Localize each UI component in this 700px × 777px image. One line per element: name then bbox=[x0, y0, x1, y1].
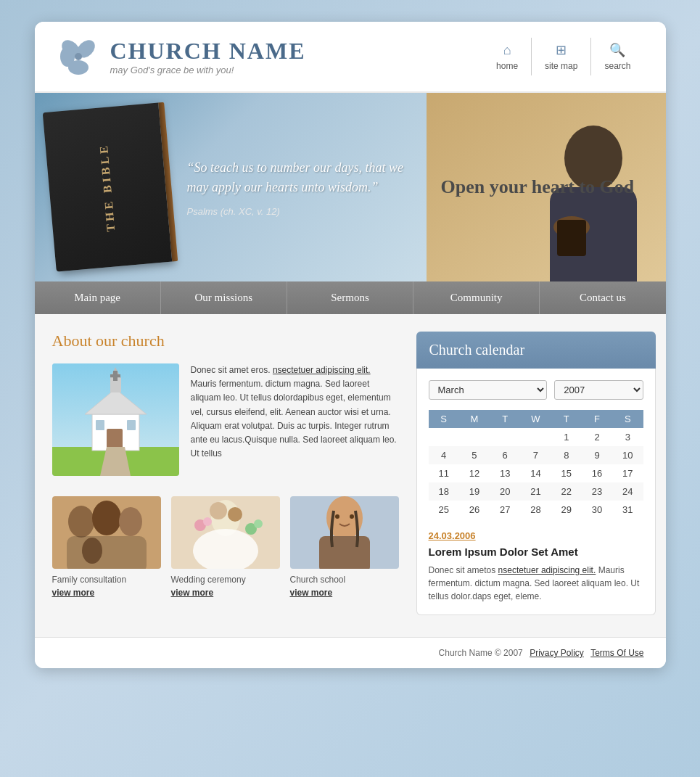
nav-main-page[interactable]: Main page bbox=[35, 281, 161, 314]
nav-contact-us[interactable]: Contact us bbox=[540, 281, 665, 314]
calendar-day[interactable]: 12 bbox=[459, 464, 490, 482]
nav-community[interactable]: Community bbox=[413, 281, 540, 314]
calendar-body: March 2007 S M T W T F bbox=[416, 369, 656, 615]
wedding-label: Wedding ceremony bbox=[171, 575, 246, 585]
svg-rect-10 bbox=[557, 220, 586, 256]
event-text: Donec sit ametos nsectetuer adipiscing e… bbox=[429, 564, 643, 603]
calendar-day[interactable]: 16 bbox=[582, 464, 612, 482]
svg-rect-20 bbox=[96, 420, 104, 430]
about-title: About our church bbox=[52, 332, 399, 350]
calendar-day[interactable]: 21 bbox=[520, 482, 551, 501]
calendar-day[interactable]: 22 bbox=[551, 482, 582, 501]
wedding-photo bbox=[171, 496, 280, 569]
thumb-wedding: Wedding ceremony view more bbox=[171, 496, 280, 598]
calendar-day[interactable]: 29 bbox=[551, 501, 582, 519]
nav-search-label: search bbox=[604, 61, 630, 71]
calendar-day[interactable]: 4 bbox=[429, 446, 459, 464]
calendar-day[interactable]: 1 bbox=[551, 428, 582, 446]
calendar-day[interactable]: 14 bbox=[520, 464, 551, 482]
content-area: About our church bbox=[35, 314, 666, 637]
day-t2: T bbox=[551, 410, 582, 428]
about-content: Donec sit amet eros. nsectetuer adipisci… bbox=[52, 363, 399, 483]
event-date-link[interactable]: 24.03.2006 bbox=[429, 530, 643, 541]
calendar-day[interactable]: 8 bbox=[551, 446, 582, 464]
hero-citation: Psalms (ch. XC, v. 12) bbox=[187, 206, 405, 217]
calendar-dates: 1234567891011121314151617181920212223242… bbox=[429, 428, 643, 519]
day-f: F bbox=[582, 410, 612, 428]
calendar-day[interactable]: 26 bbox=[459, 501, 490, 519]
calendar-title: Church calendar bbox=[416, 332, 656, 369]
svg-point-3 bbox=[68, 60, 88, 75]
calendar-day[interactable]: 31 bbox=[612, 501, 643, 519]
svg-point-4 bbox=[75, 53, 82, 60]
family-view-more[interactable]: view more bbox=[52, 588, 95, 598]
calendar-day[interactable]: 15 bbox=[551, 464, 582, 482]
hero-quote-text: “So teach us to number our days, that we… bbox=[187, 158, 405, 197]
calendar-day[interactable]: 2 bbox=[582, 428, 612, 446]
calendar-day[interactable]: 3 bbox=[612, 428, 643, 446]
main-nav: Main page Our missions Sermons Community… bbox=[35, 281, 666, 314]
nav-sitemap[interactable]: ⊞ site map bbox=[531, 38, 590, 75]
calendar-row: 45678910 bbox=[429, 446, 643, 464]
calendar-day[interactable]: 20 bbox=[490, 482, 520, 501]
calendar-day[interactable]: 6 bbox=[490, 446, 520, 464]
calendar-controls: March 2007 bbox=[429, 380, 643, 400]
thumb-family: Family consultation view more bbox=[52, 496, 161, 598]
family-label: Family consultation bbox=[52, 575, 127, 585]
nav-sermons[interactable]: Sermons bbox=[287, 281, 413, 314]
day-t1: T bbox=[490, 410, 520, 428]
calendar-table: S M T W T F S 12345678910111213141516171… bbox=[429, 410, 643, 519]
calendar-day[interactable]: 28 bbox=[520, 501, 551, 519]
privacy-link[interactable]: Privacy Policy bbox=[530, 648, 584, 658]
year-select[interactable]: 2007 bbox=[554, 380, 643, 400]
calendar-day[interactable]: 18 bbox=[429, 482, 459, 501]
calendar-day[interactable]: 17 bbox=[612, 464, 643, 482]
sitemap-icon: ⊞ bbox=[556, 42, 567, 58]
calendar-day bbox=[459, 428, 490, 446]
thumb-school: Church school view more bbox=[290, 496, 399, 598]
calendar-day[interactable]: 25 bbox=[429, 501, 459, 519]
bible-title: THE BIBLE bbox=[96, 142, 118, 232]
terms-link[interactable]: Terms Of Use bbox=[590, 648, 643, 658]
church-illustration bbox=[52, 363, 179, 476]
svg-point-26 bbox=[119, 507, 142, 536]
svg-point-41 bbox=[335, 514, 339, 519]
nav-search[interactable]: 🔍 search bbox=[590, 38, 643, 75]
svg-point-35 bbox=[203, 517, 212, 526]
page-wrapper: CHURCH NAME may God's grace be with you!… bbox=[35, 22, 666, 668]
svg-rect-28 bbox=[67, 536, 147, 569]
thumbnails: Family consultation view more bbox=[52, 496, 399, 598]
calendar-day[interactable]: 9 bbox=[582, 446, 612, 464]
day-w: W bbox=[520, 410, 551, 428]
calendar-day bbox=[520, 428, 551, 446]
calendar-day bbox=[429, 428, 459, 446]
nav-home[interactable]: ⌂ home bbox=[483, 38, 531, 75]
calendar-day[interactable]: 10 bbox=[612, 446, 643, 464]
calendar-row: 25262728293031 bbox=[429, 501, 643, 519]
calendar-day[interactable]: 27 bbox=[490, 501, 520, 519]
calendar-day[interactable]: 23 bbox=[582, 482, 612, 501]
calendar-row: 123 bbox=[429, 428, 643, 446]
school-view-more[interactable]: view more bbox=[290, 588, 333, 598]
home-icon: ⌂ bbox=[503, 43, 511, 58]
nav-our-missions[interactable]: Our missions bbox=[161, 281, 287, 314]
header-text: CHURCH NAME may God's grace be with you! bbox=[110, 38, 306, 75]
calendar-day[interactable]: 30 bbox=[582, 501, 612, 519]
calendar-day[interactable]: 19 bbox=[459, 482, 490, 501]
nav-home-label: home bbox=[496, 61, 518, 71]
calendar-day[interactable]: 11 bbox=[429, 464, 459, 482]
event-text-link[interactable]: nsectetuer adipiscing elit. bbox=[498, 565, 596, 575]
school-label: Church school bbox=[290, 575, 346, 585]
month-select[interactable]: March bbox=[429, 380, 548, 400]
calendar-row: 11121314151617 bbox=[429, 464, 643, 482]
calendar-day[interactable]: 13 bbox=[490, 464, 520, 482]
about-link-1[interactable]: nsectetuer adipiscing elit. bbox=[273, 365, 371, 375]
wedding-view-more[interactable]: view more bbox=[171, 588, 214, 598]
calendar-row: 18192021222324 bbox=[429, 482, 643, 501]
calendar-day[interactable]: 7 bbox=[520, 446, 551, 464]
svg-rect-21 bbox=[127, 420, 136, 430]
site-title: CHURCH NAME bbox=[110, 38, 306, 65]
hero-banner: THE BIBLE “So teach us to number our day… bbox=[35, 93, 666, 281]
calendar-day[interactable]: 24 bbox=[612, 482, 643, 501]
calendar-day[interactable]: 5 bbox=[459, 446, 490, 464]
